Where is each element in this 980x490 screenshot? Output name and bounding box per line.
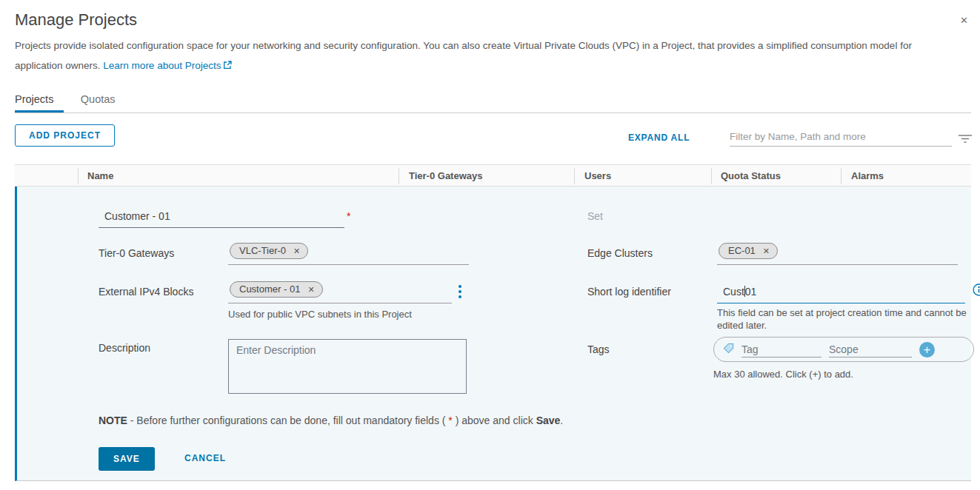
external-ipv4-blocks-field[interactable]: Customer - 01✕ (228, 281, 452, 303)
column-separator (574, 168, 575, 184)
note-text: NOTE - Before further configurations can… (99, 415, 563, 426)
filter-icon[interactable] (958, 133, 973, 147)
short-log-identifier-input[interactable]: Cust01 (717, 283, 965, 303)
column-header-tier0-gateways[interactable]: Tier-0 Gateways (409, 170, 482, 181)
tier0-gateway-chip: VLC-Tier-0✕ (230, 243, 308, 259)
add-project-button[interactable]: ADD PROJECT (15, 124, 115, 147)
chip-remove-icon[interactable]: ✕ (307, 285, 314, 294)
tab-bar: Projects Quotas (15, 90, 971, 113)
tags-label: Tags (587, 343, 610, 355)
column-separator (841, 168, 841, 184)
table-header: Name Tier-0 Gateways Users Quota Status … (15, 164, 971, 187)
tag-input[interactable] (741, 341, 821, 358)
users-set-value: Set (587, 210, 603, 222)
tab-quotas[interactable]: Quotas (81, 90, 126, 110)
scope-input[interactable] (829, 341, 912, 358)
external-ipv4-blocks-label: External IPv4 Blocks (99, 286, 193, 298)
project-edit-row: Customer - 01 * Set Tier-0 Gateways VLC-… (15, 187, 971, 481)
tag-icon (723, 343, 734, 357)
edge-cluster-chip: EC-01✕ (719, 243, 778, 259)
column-separator (711, 168, 712, 184)
description-textarea[interactable] (228, 339, 467, 394)
cancel-button[interactable]: CANCEL (184, 453, 226, 463)
tab-projects[interactable]: Projects (15, 90, 64, 113)
column-header-quota-status[interactable]: Quota Status (721, 170, 781, 181)
tags-help: Max 30 allowed. Click (+) to add. (713, 368, 853, 380)
external-link-icon (221, 60, 232, 71)
column-header-alarms[interactable]: Alarms (851, 170, 884, 181)
manage-projects-dialog: Manage Projects ✕ Projects provide isola… (0, 0, 980, 490)
external-ipv4-blocks-help: Used for public VPC subnets in this Proj… (228, 308, 412, 320)
page-title: Manage Projects (15, 10, 137, 30)
filter-input[interactable] (730, 127, 952, 147)
edge-clusters-field[interactable]: EC-01✕ (717, 243, 958, 265)
info-icon[interactable] (973, 283, 980, 299)
kebab-menu-icon[interactable] (456, 283, 464, 301)
close-icon[interactable]: ✕ (960, 15, 968, 26)
dialog-description: Projects provide isolated configuration … (15, 36, 941, 75)
learn-more-link[interactable]: Learn more about Projects (103, 60, 232, 71)
external-ipv4-block-chip: Customer - 01✕ (230, 281, 323, 298)
save-button[interactable]: SAVE (99, 447, 155, 471)
edge-clusters-label: Edge Clusters (587, 247, 653, 259)
short-log-identifier-help: This field can be set at project creatio… (717, 306, 976, 332)
column-separator (78, 168, 79, 184)
tags-field: + (713, 337, 974, 362)
expand-all-button[interactable]: EXPAND ALL (628, 132, 690, 143)
chip-remove-icon[interactable]: ✕ (293, 246, 300, 255)
tier0-gateways-label: Tier-0 Gateways (99, 247, 174, 259)
description-label: Description (99, 342, 150, 354)
required-marker: * (347, 210, 350, 222)
short-log-identifier-label: Short log identifier (587, 286, 671, 298)
add-tag-button[interactable]: + (919, 342, 935, 358)
column-header-users[interactable]: Users (584, 170, 611, 181)
tier0-gateways-field[interactable]: VLC-Tier-0✕ (228, 243, 469, 265)
project-name-input[interactable]: Customer - 01 (99, 207, 344, 228)
chip-remove-icon[interactable]: ✕ (763, 246, 770, 255)
column-separator (399, 168, 399, 184)
column-header-name[interactable]: Name (87, 170, 113, 181)
